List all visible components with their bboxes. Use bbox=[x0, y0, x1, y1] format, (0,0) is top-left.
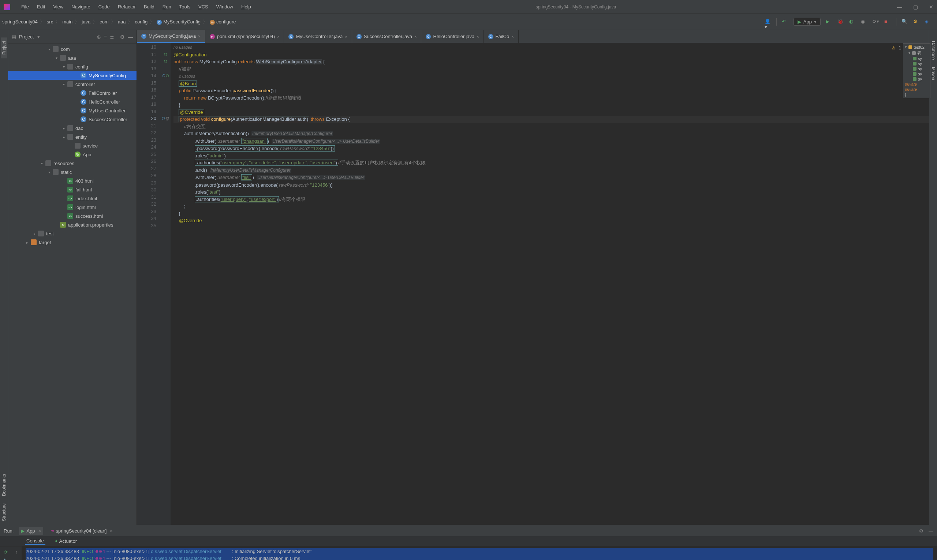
ide-icon[interactable]: ◈ bbox=[925, 18, 931, 25]
editor-tab[interactable]: CMySecurityConfig.java× bbox=[137, 30, 205, 43]
profile-button[interactable]: ◉ bbox=[861, 18, 868, 25]
editor-tab[interactable]: CMyUserController.java× bbox=[284, 30, 352, 43]
db-table-item[interactable]: sy bbox=[904, 71, 929, 77]
db-table-item[interactable]: sy bbox=[904, 61, 929, 66]
left-tab-bookmarks[interactable]: Bookmarks bbox=[1, 470, 7, 500]
coverage-button[interactable]: ◐ bbox=[849, 18, 856, 25]
attach-icon[interactable]: 🔧 bbox=[3, 558, 8, 560]
breadcrumb-item[interactable]: java bbox=[82, 19, 91, 25]
menu-item-vcs[interactable]: VCS bbox=[195, 3, 212, 11]
menu-item-file[interactable]: File bbox=[18, 3, 32, 11]
rerun-icon[interactable]: ⟳ bbox=[4, 549, 8, 555]
subtab-actuator[interactable]: ✦ Actuator bbox=[53, 538, 78, 545]
right-tab-maven[interactable]: Maven bbox=[930, 63, 937, 84]
minimize-icon[interactable]: — bbox=[897, 4, 902, 10]
tree-node-app[interactable]: ↻App bbox=[8, 150, 137, 159]
menu-item-build[interactable]: Build bbox=[140, 3, 158, 11]
editor-tab[interactable]: mpom.xml (springSecurity04)× bbox=[205, 30, 285, 43]
run-configuration[interactable]: ▶ App ▾ bbox=[794, 18, 821, 26]
tree-node-fail-html[interactable]: <>fail.html bbox=[8, 185, 137, 194]
breadcrumb-item[interactable]: config bbox=[135, 19, 148, 25]
tree-node-failcontroller[interactable]: CFailController bbox=[8, 89, 137, 97]
breadcrumb-item[interactable]: com bbox=[100, 19, 109, 25]
run-gear-icon[interactable]: ⚙ bbox=[919, 528, 923, 534]
left-tab-structure[interactable]: Structure bbox=[1, 500, 7, 525]
tree-node-com[interactable]: ▾com bbox=[8, 45, 137, 54]
tree-node-403-html[interactable]: <>403.html bbox=[8, 177, 137, 185]
debug-button[interactable]: 🐞 bbox=[837, 18, 844, 25]
tree-node-login-html[interactable]: <>login.html bbox=[8, 203, 137, 212]
attach-button[interactable]: ⟳▾ bbox=[872, 18, 879, 25]
window-controls: — ▢ ✕ bbox=[897, 4, 933, 10]
hammer-icon[interactable]: ↶ bbox=[782, 18, 788, 25]
tree-node-test[interactable]: ▸test bbox=[8, 229, 137, 238]
tree-node-index-html[interactable]: <>index.html bbox=[8, 194, 137, 203]
select-opened-icon[interactable]: ⊕ bbox=[97, 34, 101, 40]
editor-tab[interactable]: CSuccessController.java× bbox=[352, 30, 422, 43]
subtab-console[interactable]: Console bbox=[25, 537, 45, 545]
editor-body[interactable]: 1011121314151617181920212223242526272829… bbox=[137, 43, 929, 525]
run-hide-icon[interactable]: — bbox=[929, 528, 933, 534]
search-icon[interactable]: 🔍 bbox=[902, 18, 908, 25]
run-tab-app[interactable]: ▶App× bbox=[18, 527, 43, 535]
tree-node-myusercontroller[interactable]: CMyUserController bbox=[8, 106, 137, 115]
menu-item-help[interactable]: Help bbox=[237, 3, 255, 11]
log-line[interactable]: 2024-02-21 17:36:33.483 INFO 9084 --- [n… bbox=[26, 555, 933, 560]
code-area[interactable]: no usages@Configurationpublic class MySe… bbox=[171, 43, 929, 525]
editor-tab[interactable]: CHelloController.java× bbox=[421, 30, 483, 43]
breadcrumb-item[interactable]: springSecurity04 bbox=[2, 19, 38, 25]
run-tab-clean[interactable]: mspringSecurity04 [clean]× bbox=[48, 526, 115, 535]
tree-node-aaa[interactable]: ▾aaa bbox=[8, 54, 137, 62]
db-table-item[interactable]: sy bbox=[904, 56, 929, 61]
menu-item-code[interactable]: Code bbox=[95, 3, 114, 11]
editor-tab[interactable]: CFailCo× bbox=[484, 30, 519, 43]
breadcrumb-item[interactable]: aaa bbox=[118, 19, 126, 25]
gear-icon[interactable]: ⚙ bbox=[120, 34, 125, 40]
console-output[interactable]: 2024-02-21 17:36:33.483 INFO 9084 --- [n… bbox=[22, 546, 937, 560]
tree-node-controller[interactable]: ▾controller bbox=[8, 80, 137, 89]
sidebar-title[interactable]: Project▾ bbox=[19, 34, 40, 40]
breadcrumb-item[interactable]: src bbox=[47, 19, 53, 25]
db-table-item[interactable]: sy bbox=[904, 77, 929, 82]
menu-item-edit[interactable]: Edit bbox=[33, 3, 49, 11]
menu-item-tools[interactable]: Tools bbox=[176, 3, 194, 11]
run-button[interactable]: ▶ bbox=[826, 18, 832, 25]
tree-node-static[interactable]: ▾static bbox=[8, 168, 137, 177]
collapse-all-icon[interactable]: ≣ bbox=[110, 34, 114, 40]
menu-item-navigate[interactable]: Navigate bbox=[68, 3, 94, 11]
log-line[interactable]: 2024-02-21 17:36:33.483 INFO 9084 --- [n… bbox=[26, 548, 933, 555]
hide-icon[interactable]: — bbox=[128, 34, 133, 40]
up-icon[interactable]: ↑ bbox=[15, 549, 18, 555]
expand-all-icon[interactable]: ≡ bbox=[104, 34, 107, 40]
down-icon[interactable]: ↓ bbox=[15, 558, 18, 560]
breadcrumb-item[interactable]: main bbox=[62, 19, 72, 25]
close-icon[interactable]: ✕ bbox=[929, 4, 933, 10]
tree-node-successcontroller[interactable]: CSuccessController bbox=[8, 115, 137, 124]
breadcrumb-item[interactable]: CMySecurityConfig bbox=[157, 19, 201, 25]
tree-node-resources[interactable]: ▾resources bbox=[8, 159, 137, 168]
db-table-label: 表 bbox=[917, 50, 921, 55]
menu-item-run[interactable]: Run bbox=[159, 3, 175, 11]
menu-item-window[interactable]: Window bbox=[213, 3, 237, 11]
breadcrumb-item[interactable]: mconfigure bbox=[210, 19, 236, 25]
tree-node-target[interactable]: ▸target bbox=[8, 238, 137, 247]
stop-button[interactable]: ■ bbox=[884, 18, 891, 25]
db-table-item[interactable]: sy bbox=[904, 66, 929, 71]
tree-node-service[interactable]: service bbox=[8, 141, 137, 150]
user-icon[interactable]: 👤▾ bbox=[765, 18, 771, 25]
right-tab-database[interactable]: Database bbox=[930, 37, 937, 63]
tree-node-hellocontroller[interactable]: CHelloController bbox=[8, 97, 137, 106]
settings-icon[interactable]: ⚙ bbox=[913, 18, 920, 25]
project-tree[interactable]: ▾com▾aaa▾configCMySecurityConfig▾control… bbox=[8, 44, 137, 525]
tree-node-config[interactable]: ▾config bbox=[8, 62, 137, 71]
tree-node-application-properties[interactable]: ⚙application.properties bbox=[8, 220, 137, 229]
left-tab-project[interactable]: Project bbox=[1, 37, 7, 58]
tree-node-entity[interactable]: ▸entity bbox=[8, 132, 137, 141]
tree-node-success-html[interactable]: <>success.html bbox=[8, 212, 137, 220]
tree-node-dao[interactable]: ▸dao bbox=[8, 124, 137, 132]
menu-item-view[interactable]: View bbox=[49, 3, 67, 11]
maximize-icon[interactable]: ▢ bbox=[913, 4, 918, 10]
tree-node-mysecurityconfig[interactable]: CMySecurityConfig bbox=[8, 71, 137, 80]
menu-item-refactor[interactable]: Refactor bbox=[114, 3, 140, 11]
database-tool-preview[interactable]: ▾test02 ▾表 sysysysysy private private } bbox=[903, 43, 931, 98]
